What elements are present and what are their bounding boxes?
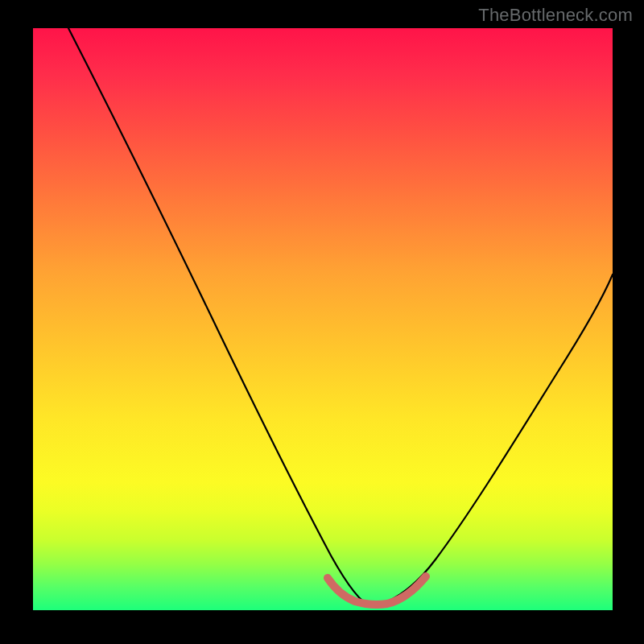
curve-layer [33, 28, 613, 610]
chart-frame: TheBottleneck.com [0, 0, 644, 644]
plot-area [33, 28, 613, 610]
curve-right-branch [371, 275, 613, 606]
trough-highlight [328, 576, 426, 605]
curve-left-branch [68, 28, 371, 606]
watermark-text: TheBottleneck.com [478, 5, 633, 26]
